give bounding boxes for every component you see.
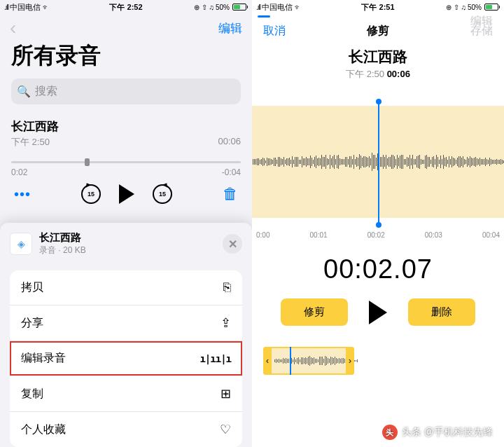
play-button[interactable]	[369, 301, 387, 324]
trim-screen: .ıll 中国电信 ᯤ 下午 2:51 ⊕ ⇧ ♫ 50% 编辑 取消 修剪 存…	[252, 0, 504, 447]
watermark: 头 头条 @手机科技先锋	[382, 425, 493, 440]
delete-button[interactable]: 删除	[408, 298, 475, 326]
trim-handle-left[interactable]: ‹	[263, 347, 272, 375]
search-input[interactable]: 🔍 搜索	[11, 78, 241, 104]
recording-name: 长江西路	[252, 47, 504, 67]
close-button[interactable]: ✕	[223, 234, 242, 254]
status-bar: .ıll 中国电信 ᯤ 下午 2:52 ⊕ ⇧ ♫ 50%	[0, 0, 252, 14]
menu-label: 拷贝	[21, 280, 43, 295]
menu-duplicate[interactable]: 复制 ⊞	[10, 376, 242, 412]
sheet-title: 长江西路	[39, 231, 216, 245]
carrier-label: 中国电信	[10, 2, 41, 13]
cancel-button[interactable]: 取消	[263, 24, 286, 39]
back-indicator	[258, 15, 270, 18]
sheet-subtitle: 录音 · 20 KB	[39, 245, 216, 256]
dimmed-edit: 编辑	[470, 14, 493, 29]
delete-button[interactable]: 🗑	[223, 185, 238, 203]
scrubber[interactable]	[11, 161, 241, 163]
menu-label: 复制	[21, 387, 43, 401]
info-time: 下午 2:50 00:06	[346, 69, 410, 79]
status-icons: ⊕ ⇧ ♫	[446, 4, 466, 11]
watermark-logo: 头	[382, 425, 398, 440]
waveform-area[interactable]: 0:00 00:01 00:02 00:03 00:04	[252, 99, 504, 239]
action-sheet: ◈ 长江西路 录音 · 20 KB ✕ 拷贝 ⎘ 分享 ⇪ 编辑录音 ı|ıı|…	[0, 223, 252, 447]
search-placeholder: 搜索	[35, 84, 57, 99]
recording-info: 长江西路 下午 2:50 00:06	[252, 47, 504, 81]
more-button[interactable]: •••	[14, 186, 31, 202]
menu-copy[interactable]: 拷贝 ⎘	[10, 270, 242, 305]
trim-overview[interactable]: ‹ ›	[263, 347, 493, 375]
trim-title: 修剪	[367, 24, 389, 39]
waveform-icon: ı|ıı|ı	[200, 353, 231, 364]
back-button[interactable]: ‹	[10, 17, 16, 39]
current-time: 00:02.07	[252, 254, 504, 284]
status-time: 下午 2:51	[361, 2, 394, 13]
playhead[interactable]	[378, 102, 379, 225]
battery-percent: 50%	[216, 4, 230, 11]
signal-icon: .ıll	[256, 4, 260, 11]
skip-forward-button[interactable]: 15	[153, 184, 172, 204]
battery-icon	[231, 4, 248, 11]
copy-icon: ⎘	[223, 280, 231, 295]
trim-selection[interactable]: ‹ ›	[263, 347, 354, 375]
menu-edit-recording[interactable]: 编辑录音 ı|ıı|ı	[10, 341, 242, 376]
voice-memos-screen: .ıll 中国电信 ᯤ 下午 2:52 ⊕ ⇧ ♫ 50% ‹ 编辑 所有录音 …	[0, 0, 252, 447]
recording-duration: 00:06	[218, 136, 241, 149]
recording-time: 下午 2:50	[11, 136, 50, 149]
menu-share[interactable]: 分享 ⇪	[10, 305, 242, 341]
scrub-elapsed: 0:02	[11, 167, 27, 177]
menu-favorite[interactable]: 个人收藏 ♡	[10, 412, 242, 447]
ruler-tick: 00:01	[310, 231, 328, 239]
battery-percent: 50%	[468, 4, 482, 11]
trim-handle-right[interactable]: ›	[346, 347, 354, 375]
trim-button[interactable]: 修剪	[281, 298, 348, 326]
ruler-tick: 00:02	[368, 231, 385, 239]
page-title: 所有录音	[0, 39, 252, 78]
menu-label: 编辑录音	[21, 351, 66, 366]
menu-label: 分享	[21, 316, 43, 331]
trim-controls: 修剪 删除	[252, 298, 504, 326]
trim-nav: 取消 修剪 存储	[252, 14, 504, 43]
time-ruler: 0:00 00:01 00:02 00:03 00:04	[252, 231, 504, 239]
heart-icon: ♡	[220, 422, 231, 437]
status-icons: ⊕ ⇧ ♫	[194, 4, 214, 11]
signal-icon: .ıll	[4, 4, 8, 11]
ruler-tick: 0:00	[256, 231, 270, 239]
ruler-tick: 00:03	[425, 231, 442, 239]
menu-label: 个人收藏	[21, 422, 66, 437]
status-bar: .ıll 中国电信 ᯤ 下午 2:51 ⊕ ⇧ ♫ 50%	[252, 0, 504, 14]
search-icon: 🔍	[17, 85, 31, 98]
share-icon: ⇪	[220, 315, 231, 331]
skip-back-button[interactable]: 15	[81, 184, 101, 204]
status-time: 下午 2:52	[109, 2, 142, 13]
wifi-icon: ᯤ	[42, 3, 50, 11]
nav-header: ‹ 编辑	[0, 14, 252, 39]
wifi-icon: ᯤ	[294, 3, 302, 11]
menu-list: 拷贝 ⎘ 分享 ⇪ 编辑录音 ı|ıı|ı 复制 ⊞ 个人收藏 ♡	[10, 270, 242, 447]
edit-button[interactable]: 编辑	[218, 20, 242, 36]
duplicate-icon: ⊞	[220, 386, 231, 401]
battery-icon	[483, 4, 500, 11]
scrub-remaining: -0:04	[222, 167, 241, 177]
ruler-tick: 00:04	[482, 231, 500, 239]
mini-playhead[interactable]	[290, 347, 291, 375]
recording-title: 长江西路	[11, 118, 241, 135]
sheet-thumbnail-icon: ◈	[10, 233, 32, 255]
recording-item[interactable]: 长江西路 下午 2:50 00:06 0:02 -0:04 ••• 15 15 …	[0, 111, 252, 211]
play-button[interactable]	[119, 184, 134, 204]
carrier-label: 中国电信	[262, 2, 293, 13]
scrubber-knob[interactable]	[85, 158, 90, 166]
